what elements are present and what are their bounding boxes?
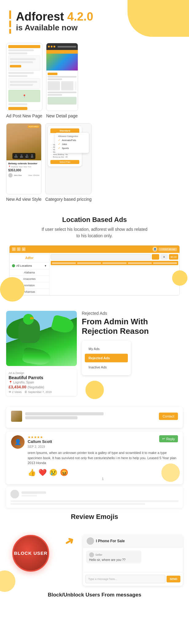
mock-form-field [8, 72, 34, 74]
reply-icon: ↩ [162, 437, 165, 441]
search-input[interactable] [51, 254, 151, 260]
bubble-avatar [89, 552, 94, 557]
mock-form-field [10, 81, 37, 83]
cat-jobs: ✓ Jobs [58, 143, 86, 146]
comment-block: 👤 ★★★★★ Callum Scott ↩ Reply SEP 2, 2019… [6, 432, 183, 484]
ad-price: £3,434.00 (Negotiable) [9, 385, 74, 389]
emoji-count: 1 [28, 477, 178, 481]
decoration-blob-left [0, 277, 25, 302]
ad-view-mock: FEATURED 11HRS 11MIN 11SEC 01MS Betway e… [6, 124, 41, 194]
pin-icon: 📍 [9, 381, 12, 384]
dropdown-arrow: ▼ [44, 265, 47, 267]
parrot-ad-card: Art & Design Beautiful Parrots 📍 Logroño… [6, 369, 77, 396]
tab-my-ads[interactable]: My Ads [85, 345, 128, 353]
timer-ms: 01MS [30, 154, 34, 158]
mock-row [48, 76, 77, 78]
ad-badge: FEATURED [28, 125, 39, 128]
message-input-row: Type a message here... SEND [83, 572, 183, 586]
location-mock-container: f t in 👤 + POST AN AD Adfor All Location… [6, 245, 183, 295]
view-count: 2 Views [12, 391, 22, 394]
detail-screenshot [46, 43, 78, 111]
detail-screenshot-wrapper: New Detail page [46, 43, 78, 123]
timer-hours: 11HRS [14, 154, 19, 158]
detail-label: New Detail page [46, 111, 78, 123]
arrow-wrapper: ➜ [61, 535, 77, 548]
header-section: Adforest 4.2.0 is Available now [0, 0, 189, 40]
mock-form-field [10, 58, 36, 60]
tab-inactive-ads[interactable]: Inactive Ads [85, 363, 128, 372]
emoji-thumbsup[interactable]: 👍 [28, 469, 36, 477]
cat-name: Jobs [62, 143, 67, 146]
rejected-left-col: Art & Design Beautiful Parrots 📍 Logroño… [6, 311, 77, 396]
message-input[interactable]: Type a message here... [85, 575, 165, 583]
post-date: September 7, 2019 [28, 391, 52, 394]
app-name: Adforest [16, 10, 64, 23]
pricing-mock: Standard $ 1.99 s Validity : 35 Days All… [45, 124, 91, 194]
message-mock: I Phone For Sale Seller Hello sir, where… [83, 535, 183, 586]
detail-mock [46, 43, 78, 111]
tab-rejected-ads[interactable]: Rejected Ads [85, 354, 128, 362]
ad-post-screenshot: 📍 [6, 43, 42, 111]
wing-right [51, 314, 76, 335]
countdown-timer: 11HRS 11MIN 11SEC 01MS [12, 153, 36, 159]
emoji-sad[interactable]: 😢 [49, 469, 57, 477]
ad-title: Beautiful Parrots [9, 375, 74, 380]
review-card-1: Contact [6, 407, 183, 428]
comment-text: orem Ipsums, when an unknown printer too… [28, 450, 178, 466]
header-bg-decoration [128, 0, 189, 37]
mock-form-field [8, 103, 27, 105]
main-nav-bar [51, 261, 178, 265]
timer-min: 11MIN [19, 154, 24, 158]
rejected-subtitle: Rejected Ads [82, 311, 183, 316]
location-dropdown[interactable]: All Locations ▼ [10, 262, 49, 269]
reviewer-avatar-1 [11, 411, 22, 422]
search-bar: ≡ $0.00 [51, 254, 178, 260]
review-header-1: Contact [11, 411, 178, 422]
ad-view-screenshot: FEATURED 11HRS 11MIN 11SEC 01MS Betway e… [6, 123, 41, 194]
ad-price: $353,000 [8, 169, 39, 172]
pricing-row-5: Allow Bidding : No [50, 154, 79, 155]
review-emojis-title: Review Emojis [6, 513, 183, 521]
send-button[interactable]: SEND [167, 576, 180, 582]
parrot-tail [22, 347, 52, 366]
select-plan-button[interactable]: Select Plan [50, 160, 79, 164]
comment-body: ★★★★★ Callum Scott ↩ Reply SEP 2, 2019 o… [28, 435, 178, 481]
mock-row [48, 78, 62, 80]
mock-form-field [10, 61, 33, 63]
nav-item [128, 262, 152, 264]
search-button[interactable] [152, 254, 159, 260]
location-item-alabama[interactable]: Alabama [10, 269, 49, 276]
reply-button[interactable]: ↩ Reply [159, 435, 178, 442]
header-text: Adforest 4.2.0 is Available now [16, 10, 93, 33]
message-bubble: Seller Hello sir, where are you ?? [86, 551, 141, 563]
rejected-title: From Admin With Rejection Reason [82, 317, 183, 336]
emoji-angry[interactable]: 😡 [60, 469, 68, 477]
block-user-button[interactable]: BLOCK USER [12, 535, 49, 572]
contact-button[interactable]: Contact [159, 413, 178, 420]
facebook-icon: f [12, 247, 16, 251]
name-blur-1 [25, 412, 104, 415]
mock-submit-btn [8, 107, 27, 110]
mock-btn [10, 65, 21, 67]
detail-nav-bar [46, 50, 78, 54]
location-mock: f t in 👤 + POST AN AD Adfor All Location… [9, 245, 180, 295]
allowed-cats-title: Allowed Categories [58, 135, 86, 137]
cat-name: Animals/Pets [62, 139, 76, 142]
post-ad-btn[interactable]: + POST AN AD [159, 248, 177, 251]
emoji-heart[interactable]: ❤️ [38, 469, 47, 477]
ad-view-image: FEATURED 11HRS 11MIN 11SEC 01MS [6, 124, 41, 160]
brand-bars [9, 10, 11, 34]
bubble-header: Seller [89, 552, 138, 557]
brand-logo: Adfor [10, 253, 49, 262]
message-text: Hello sir, where are you ?? [89, 558, 125, 562]
message-title: I Phone For Sale [96, 539, 125, 543]
ad-post-screenshot-wrapper: 📍 Ad Post New Page [6, 43, 42, 123]
message-avatar [87, 537, 94, 545]
mock-form-section [8, 78, 40, 89]
name-blur-3 [22, 491, 46, 494]
pricing-screenshot-wrapper: Standard $ 1.99 s Validity : 35 Days All… [45, 123, 92, 207]
mock-form-field [8, 52, 27, 54]
review-section: Contact 👤 ★★★★★ Callum Scott ↩ Reply SEP… [0, 402, 189, 529]
version-number: 4.2.0 [67, 10, 93, 23]
filter-icon[interactable]: ≡ [160, 254, 168, 260]
